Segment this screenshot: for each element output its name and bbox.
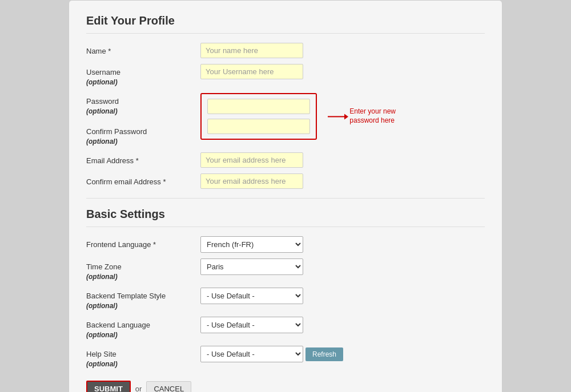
frontend-language-label: Frontend Language * xyxy=(86,236,200,250)
name-input[interactable] xyxy=(200,43,303,58)
email-row: Email Address * xyxy=(86,152,485,168)
arrow-line xyxy=(328,116,345,117)
email-input-wrapper xyxy=(200,152,303,168)
or-label: or xyxy=(135,385,142,392)
username-input-wrapper xyxy=(200,64,303,79)
name-input-wrapper xyxy=(200,43,303,58)
confirm-email-input[interactable] xyxy=(200,173,303,189)
confirm-email-label: Confirm email Address * xyxy=(86,173,200,187)
timezone-select[interactable]: Paris London New York xyxy=(200,258,303,275)
timezone-select-wrapper: Paris London New York xyxy=(200,258,303,275)
backend-template-select[interactable]: - Use Default - xyxy=(200,288,303,304)
section-divider xyxy=(86,198,485,199)
backend-template-row: Backend Template Style (optional) - Use … xyxy=(86,288,485,311)
confirm-password-input[interactable] xyxy=(207,119,310,134)
help-site-label: Help Site (optional) xyxy=(86,346,200,369)
backend-language-label: Backend Language (optional) xyxy=(86,317,200,340)
backend-template-select-wrapper: - Use Default - xyxy=(200,288,303,304)
timezone-row: Time Zone (optional) Paris London New Yo… xyxy=(86,258,485,282)
username-input[interactable] xyxy=(200,64,303,79)
email-input[interactable] xyxy=(200,152,303,168)
password-input[interactable] xyxy=(207,99,310,114)
timezone-label: Time Zone (optional) xyxy=(86,258,200,282)
username-row: Username (optional) xyxy=(86,64,485,87)
password-label: Password (optional) Confirm Password (op… xyxy=(86,93,200,147)
password-group-row: Password (optional) Confirm Password (op… xyxy=(86,93,485,147)
cancel-button[interactable]: CANCEL xyxy=(146,381,191,392)
actions-row: SUBMIT or CANCEL xyxy=(86,378,485,392)
username-label: Username (optional) xyxy=(86,64,200,87)
profile-form-card: Edit Your Profile Name * Username (optio… xyxy=(69,0,502,392)
refresh-button[interactable]: Refresh xyxy=(305,347,343,361)
help-site-select[interactable]: - Use Default - xyxy=(200,346,303,362)
help-site-select-wrapper: - Use Default - Refresh xyxy=(200,346,343,362)
submit-button[interactable]: SUBMIT xyxy=(86,381,131,392)
help-site-row: Help Site (optional) - Use Default - Ref… xyxy=(86,346,485,369)
name-row: Name * xyxy=(86,43,485,58)
backend-template-label: Backend Template Style (optional) xyxy=(86,288,200,311)
frontend-language-select-wrapper: French (fr-FR) English (en-GB) German (d… xyxy=(200,236,303,253)
confirm-email-input-wrapper xyxy=(200,173,303,189)
email-label: Email Address * xyxy=(86,152,200,166)
name-label: Name * xyxy=(86,43,200,56)
password-fields-group: Enter your newpassword here xyxy=(200,93,317,140)
section-title-basic-settings: Basic Settings xyxy=(86,208,485,227)
backend-language-select-wrapper: - Use Default - xyxy=(200,317,303,333)
frontend-language-row: Frontend Language * French (fr-FR) Engli… xyxy=(86,236,485,253)
frontend-language-select[interactable]: French (fr-FR) English (en-GB) German (d… xyxy=(200,236,303,253)
section-title-profile: Edit Your Profile xyxy=(86,14,485,34)
password-annotation: Enter your newpassword here xyxy=(328,107,396,125)
annotation-text: Enter your newpassword here xyxy=(349,107,396,125)
backend-language-select[interactable]: - Use Default - xyxy=(200,317,303,333)
backend-language-row: Backend Language (optional) - Use Defaul… xyxy=(86,317,485,340)
confirm-email-row: Confirm email Address * xyxy=(86,173,485,189)
